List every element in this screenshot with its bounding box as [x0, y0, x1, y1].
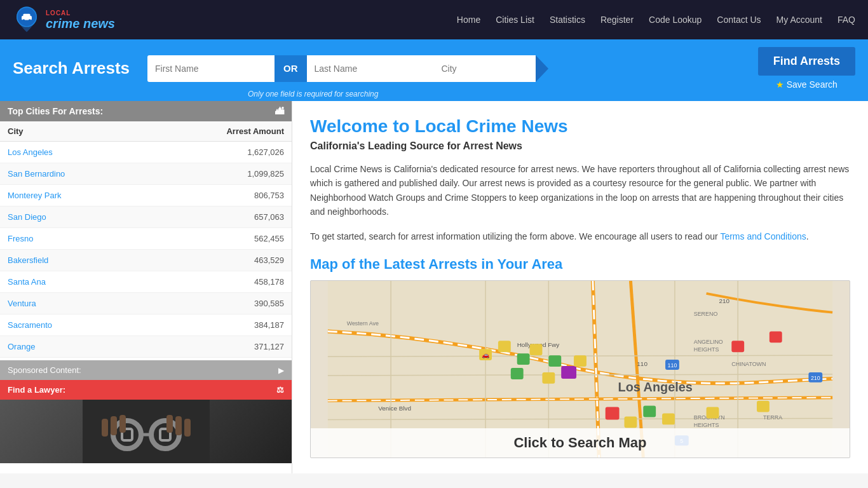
svg-text:HEIGHTS: HEIGHTS — [694, 422, 719, 428]
nav-item-code-lookup[interactable]: Code Lookup — [649, 15, 702, 25]
svg-rect-49 — [517, 353, 530, 365]
nav-link-statistics[interactable]: Statistics — [550, 15, 585, 25]
svg-text:SERENO: SERENO — [694, 311, 718, 317]
svg-rect-63 — [770, 331, 782, 342]
nav-link-code-lookup[interactable]: Code Lookup — [649, 15, 702, 25]
table-row: Fresno 562,455 — [0, 228, 292, 250]
svg-text:Los Angeles: Los Angeles — [618, 380, 693, 394]
table-row: Orange 371,127 — [0, 336, 292, 358]
nav-link-contact-us[interactable]: Contact Us — [717, 15, 761, 25]
first-name-input[interactable] — [147, 55, 275, 82]
svg-rect-60 — [707, 407, 719, 419]
arrest-amount-cell: 562,455 — [146, 228, 292, 250]
nav-link-home[interactable]: Home — [457, 15, 480, 25]
search-hint: Only one field is required for searching — [248, 90, 378, 98]
lawyer-image — [0, 400, 292, 463]
svg-rect-54 — [511, 368, 524, 379]
city-column-header: City — [0, 121, 146, 142]
nav-item-home[interactable]: Home — [457, 15, 480, 25]
table-row: Bakersfield 463,529 — [0, 250, 292, 271]
arrest-amount-cell: 657,063 — [146, 207, 292, 228]
table-row: Monterey Park 806,753 — [0, 185, 292, 207]
top-cities-label: Top Cities For Arrests: — [8, 106, 103, 116]
save-search-label: Save Search — [787, 79, 837, 90]
balance-icon — [276, 385, 284, 395]
save-search-link[interactable]: ★ Save Search — [776, 79, 837, 90]
svg-rect-57 — [625, 416, 637, 428]
handcuffs-svg — [83, 400, 210, 463]
right-buttons: Find Arrests ★ Save Search — [758, 47, 855, 90]
arrest-amount-cell: 390,585 — [146, 293, 292, 315]
sidebar-top-cities-header: Top Cities For Arrests: — [0, 101, 292, 121]
sponsored-content-header: Sponsored Content: — [0, 360, 292, 380]
svg-rect-58 — [643, 406, 656, 417]
table-row: Sacramento 384,187 — [0, 315, 292, 336]
svg-text:Venice Blvd: Venice Blvd — [378, 404, 411, 411]
city-link[interactable]: Monterey Park — [8, 191, 62, 200]
find-lawyer-label: Find a Lawyer: — [8, 385, 65, 395]
nav-link-cities-list[interactable]: Cities List — [496, 15, 534, 25]
main-content: Top Cities For Arrests: City Arrest Amou… — [0, 101, 868, 473]
svg-rect-16 — [175, 416, 182, 435]
svg-rect-50 — [530, 344, 543, 355]
svg-text:TERRA: TERRA — [763, 414, 782, 421]
arrest-amount-cell: 458,178 — [146, 271, 292, 293]
city-link[interactable]: San Diego — [8, 212, 46, 222]
arrest-amount-cell: 463,529 — [146, 250, 292, 271]
table-row: Ventura 390,585 — [0, 293, 292, 315]
table-row: San Bernardino 1,099,825 — [0, 163, 292, 185]
svg-rect-59 — [662, 413, 675, 424]
city-link[interactable]: Bakersfield — [8, 255, 48, 265]
find-arrests-button[interactable]: Find Arrests — [758, 47, 855, 76]
nav-item-cities-list[interactable]: Cities List — [496, 15, 534, 25]
nav-item-my-account[interactable]: My Account — [776, 15, 822, 25]
city-link[interactable]: Los Angeles — [8, 147, 53, 157]
city-link[interactable]: San Bernardino — [8, 169, 65, 179]
city-link[interactable]: Ventura — [8, 299, 36, 308]
nav-link-register[interactable]: Register — [600, 15, 634, 25]
period: . — [806, 231, 809, 241]
or-label: OR — [275, 55, 307, 82]
arrest-amount-cell: 371,127 — [146, 336, 292, 358]
svg-text:110: 110 — [668, 362, 677, 369]
city-link[interactable]: Santa Ana — [8, 277, 46, 287]
terms-and-conditions-link[interactable]: Terms and Conditions — [720, 231, 806, 241]
nav-link-my-account[interactable]: My Account — [776, 15, 822, 25]
welcome-title: Welcome to Local Crime News — [310, 116, 850, 137]
city-input[interactable] — [434, 55, 536, 82]
last-name-input[interactable] — [307, 55, 434, 82]
welcome-body-2-text: To get started, search for arrest inform… — [310, 231, 718, 241]
nav-item-register[interactable]: Register — [600, 15, 634, 25]
city-link[interactable]: Fresno — [8, 234, 33, 243]
city-link[interactable]: Sacramento — [8, 320, 52, 330]
nav-item-contact-us[interactable]: Contact Us — [717, 15, 761, 25]
svg-rect-62 — [731, 341, 744, 352]
search-inputs: OR — [147, 55, 750, 82]
nav-item-faq[interactable]: FAQ — [837, 15, 855, 25]
svg-rect-14 — [119, 415, 126, 433]
logo-text: LOCAL crime news — [46, 10, 115, 30]
svg-point-5 — [29, 19, 31, 22]
arrow-shape — [536, 55, 548, 82]
svg-rect-53 — [574, 355, 587, 367]
arrest-amount-cell: 1,627,026 — [146, 142, 292, 163]
arrest-amount-cell: 1,099,825 — [146, 163, 292, 185]
logo-icon — [13, 6, 41, 34]
svg-rect-3 — [23, 14, 30, 18]
play-icon — [278, 365, 284, 375]
svg-rect-12 — [102, 419, 108, 437]
welcome-body-2: To get started, search for arrest inform… — [310, 229, 850, 243]
table-row: San Diego 657,063 — [0, 207, 292, 228]
svg-rect-56 — [606, 407, 620, 420]
svg-rect-55 — [542, 372, 555, 384]
arrest-amount-cell: 384,187 — [146, 315, 292, 336]
welcome-body-1: Local Crime News is California's dedicat… — [310, 162, 850, 219]
nav-item-statistics[interactable]: Statistics — [550, 15, 585, 25]
svg-rect-17 — [184, 419, 191, 437]
map-container[interactable]: 210 110 Hollywood Fwy Venice Blvd Los An… — [310, 280, 850, 458]
svg-point-4 — [22, 19, 25, 22]
svg-rect-15 — [166, 415, 173, 433]
city-link[interactable]: Orange — [8, 342, 35, 351]
nav-link-faq[interactable]: FAQ — [837, 15, 855, 25]
map-title: Map of the Latest Arrests in Your Area — [310, 256, 850, 273]
